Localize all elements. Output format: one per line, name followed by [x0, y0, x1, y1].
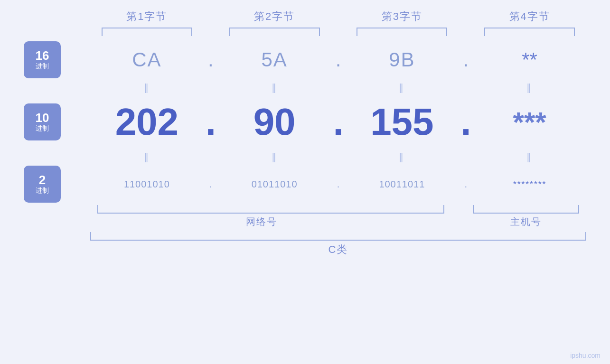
- bin-byte1: 11001010: [124, 179, 170, 190]
- hex-byte3: 9B: [389, 48, 415, 71]
- hex-unit: 进制: [36, 62, 49, 71]
- eq1-b3: ‖: [399, 82, 405, 93]
- dec-dot1: .: [206, 100, 216, 144]
- class-label: C类: [328, 243, 348, 257]
- eq1-b2: ‖: [272, 82, 278, 93]
- eq2-b4: ‖: [526, 151, 533, 162]
- watermark: ipshu.com: [570, 352, 601, 359]
- dec-unit: 进制: [36, 124, 49, 133]
- network-bracket: [97, 205, 444, 214]
- dec-num: 10: [36, 111, 49, 125]
- bin-num: 2: [39, 173, 46, 187]
- eq2-b1: ‖: [144, 151, 150, 162]
- bin-unit: 进制: [36, 187, 49, 195]
- byte2-bracket-top: [229, 28, 320, 36]
- equals-row-2: ‖ ‖ ‖ ‖: [90, 148, 586, 165]
- bin-byte4: ********: [513, 179, 546, 190]
- byte4-bracket-top: [484, 28, 575, 36]
- bin-label-badge: 2 进制: [24, 166, 61, 203]
- hex-dot2: .: [336, 48, 341, 71]
- class-bracket: [90, 232, 586, 241]
- eq2-b3: ‖: [399, 151, 405, 162]
- byte3-label: 第3字节: [382, 9, 422, 24]
- hex-dot1: .: [208, 48, 214, 71]
- byte2-label: 第2字节: [254, 9, 295, 24]
- bin-byte2: 01011010: [252, 179, 298, 190]
- hex-dot3: .: [463, 48, 469, 71]
- byte2-col: 第2字节: [218, 9, 331, 36]
- dec-row: 10 进制 202 . 90 . 155 . ***: [24, 96, 586, 148]
- host-bracket: [473, 205, 579, 214]
- byte4-col: 第4字节: [473, 9, 586, 36]
- hex-label-badge: 16 进制: [24, 41, 61, 78]
- hex-byte1: CA: [132, 48, 161, 71]
- bin-row: 2 进制 11001010 . 01011010 . 10011011 .: [24, 165, 586, 203]
- byte3-col: 第3字节: [346, 9, 459, 36]
- host-label: 主机号: [510, 215, 542, 228]
- dec-byte3: 155: [370, 100, 433, 144]
- dec-dot3: .: [460, 100, 471, 144]
- dec-label-badge: 10 进制: [24, 103, 61, 140]
- eq1-b1: ‖: [144, 82, 150, 93]
- bin-byte3: 10011011: [379, 179, 425, 190]
- byte4-label: 第4字节: [509, 9, 550, 24]
- bin-dot1: .: [209, 179, 212, 190]
- hex-byte4: **: [522, 48, 537, 71]
- equals-row-1: ‖ ‖ ‖ ‖: [90, 79, 586, 96]
- bin-dot2: .: [337, 179, 340, 190]
- byte1-label: 第1字节: [126, 9, 167, 24]
- dec-byte4: ***: [513, 106, 546, 139]
- dec-byte2: 90: [253, 100, 296, 144]
- dec-dot2: .: [333, 100, 343, 144]
- bin-dot3: .: [464, 179, 467, 190]
- byte1-bracket-top: [102, 28, 192, 36]
- byte3-bracket-top: [357, 28, 447, 36]
- dec-byte1: 202: [115, 100, 178, 144]
- byte1-col: 第1字节: [90, 9, 204, 36]
- hex-num: 16: [36, 49, 49, 63]
- network-label: 网络号: [246, 215, 277, 228]
- hex-row: 16 进制 CA . 5A . 9B . **: [24, 41, 586, 79]
- eq2-b2: ‖: [272, 151, 278, 162]
- hex-byte2: 5A: [261, 48, 287, 71]
- eq1-b4: ‖: [526, 82, 533, 93]
